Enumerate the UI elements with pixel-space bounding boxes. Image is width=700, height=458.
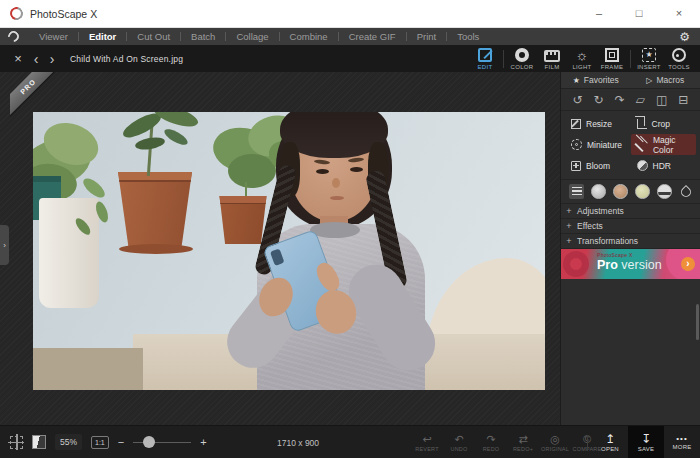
zoom-out-button[interactable]: − — [118, 437, 124, 448]
droplet-icon[interactable] — [679, 184, 693, 198]
menu-item-viewer[interactable]: Viewer — [29, 28, 78, 45]
expand-left-panel-handle[interactable]: › — [0, 225, 9, 265]
section-effects[interactable]: + Effects — [561, 219, 700, 234]
save-icon: ↧ — [641, 433, 651, 445]
quick-tools: Resize Crop Miniature Magic Color — [561, 111, 700, 180]
menu-item-editor[interactable]: Editor — [79, 28, 126, 45]
filter-list-icon[interactable] — [569, 184, 584, 199]
actual-size-button[interactable]: 1:1 — [91, 436, 109, 449]
settings-gear-icon[interactable]: ⚙ — [679, 31, 692, 43]
transparency-grid-icon[interactable] — [10, 436, 23, 449]
resize-icon — [571, 119, 581, 129]
redo-button[interactable]: ↷ REDO — [475, 426, 507, 458]
tab-film[interactable]: FILM — [537, 47, 567, 70]
original-button[interactable]: ◎ ORIGINAL — [539, 426, 571, 458]
image-canvas-area: PRO › — [0, 72, 560, 425]
banner-title: Pro version — [597, 258, 662, 272]
crop-icon — [637, 119, 647, 129]
open-button[interactable]: ↥ OPEN — [592, 426, 628, 458]
photo-girl-eye — [316, 169, 329, 174]
menu-item-batch[interactable]: Batch — [181, 28, 225, 45]
menubar-logo-icon — [6, 29, 21, 44]
menu-item-tools[interactable]: Tools — [447, 28, 489, 45]
banner-arrow-icon: › — [681, 257, 695, 271]
menu-item-create-gif[interactable]: Create GIF — [339, 28, 406, 45]
resize-button[interactable]: Resize — [565, 113, 631, 134]
menu-item-print[interactable]: Print — [407, 28, 447, 45]
next-file-icon[interactable]: › — [46, 52, 58, 66]
tab-edit[interactable]: EDIT — [470, 47, 500, 70]
magic-color-button[interactable]: Magic Color — [631, 134, 697, 155]
zoom-slider-handle[interactable] — [143, 436, 155, 448]
more-dots-icon: ••• — [676, 435, 687, 443]
zoom-slider[interactable] — [133, 436, 191, 448]
current-filename: Child With Ad On Screen.jpg — [70, 54, 183, 64]
zoom-slider-track[interactable] — [133, 442, 191, 444]
image-dimensions: 1710 x 900 — [277, 438, 319, 448]
statusbar: 55% 1:1 − + 1710 x 900 ↩ REVERT ↶ UNDO ↷… — [0, 425, 700, 458]
menu-item-cut-out[interactable]: Cut Out — [127, 28, 180, 45]
titlebar: PhotoScape X – □ × — [0, 0, 700, 28]
history-controls: ↩ REVERT ↶ UNDO ↷ REDO ⇄ REDO+ ◎ ORIGINA… — [411, 426, 603, 458]
insert-star-icon: ★ — [642, 48, 656, 62]
tab-insert[interactable]: ★ INSERT — [634, 47, 664, 70]
filter-preset-gray[interactable] — [591, 184, 606, 199]
miniature-icon — [571, 139, 582, 150]
filter-preset-vintage[interactable] — [635, 184, 650, 199]
hdr-button[interactable]: HDR — [631, 155, 697, 176]
background-color-toggle-icon[interactable] — [32, 435, 46, 449]
minimize-button[interactable]: – — [592, 8, 606, 19]
tab-frame[interactable]: FRAME — [597, 47, 627, 70]
toolbar-divider — [503, 50, 504, 68]
redo-icon: ↷ — [486, 434, 495, 445]
transform-toolbar: ↺ ↻ ↷ ▱ ◫ ⊟ — [561, 89, 700, 111]
tab-tools[interactable]: TOOLS — [664, 47, 694, 70]
sidebar-scrollbar[interactable] — [696, 304, 699, 340]
miniature-button[interactable]: Miniature — [565, 134, 631, 155]
zoom-in-button[interactable]: + — [200, 437, 206, 448]
palette-icon — [672, 48, 686, 62]
window-title: PhotoScape X — [30, 8, 97, 20]
editor-toolbar: × ‹ › Child With Ad On Screen.jpg EDIT C… — [0, 45, 700, 72]
flip-vertical-icon[interactable]: ⊟ — [678, 94, 688, 106]
bloom-button[interactable]: Bloom — [565, 155, 631, 176]
undo-button[interactable]: ↶ UNDO — [443, 426, 475, 458]
photo-white-pot — [39, 198, 99, 308]
prev-file-icon[interactable]: ‹ — [30, 52, 42, 66]
hdr-icon — [637, 160, 648, 171]
redo-plus-button[interactable]: ⇄ REDO+ — [507, 426, 539, 458]
rotate-left-icon[interactable]: ↺ — [573, 94, 583, 106]
maximize-button[interactable]: □ — [632, 8, 646, 19]
undo-icon: ↶ — [454, 434, 463, 445]
tab-macros[interactable]: ▷ Macros — [631, 72, 700, 88]
free-rotate-icon[interactable]: ↷ — [615, 94, 625, 106]
sun-icon: ☼ — [576, 48, 589, 62]
photoscape-window: PhotoScape X – □ × Viewer Editor Cut Out… — [0, 0, 700, 458]
filter-presets-row — [561, 180, 700, 204]
pro-version-banner[interactable]: PhotoScape X Pro version › — [561, 249, 700, 279]
menu-item-collage[interactable]: Collage — [226, 28, 278, 45]
revert-button[interactable]: ↩ REVERT — [411, 426, 443, 458]
original-icon: ◎ — [550, 434, 560, 445]
rotate-right-icon[interactable]: ↻ — [594, 94, 604, 106]
perspective-icon[interactable]: ▱ — [636, 94, 645, 106]
flip-horizontal-icon[interactable]: ◫ — [656, 94, 667, 106]
star-icon: ★ — [573, 76, 580, 85]
crop-button[interactable]: Crop — [631, 113, 697, 134]
section-adjustments[interactable]: + Adjustments — [561, 204, 700, 219]
save-button[interactable]: ↧ SAVE — [628, 426, 664, 458]
filter-preset-split[interactable] — [657, 184, 672, 199]
tab-color[interactable]: COLOR — [507, 47, 537, 70]
menu-item-combine[interactable]: Combine — [280, 28, 338, 45]
actions-divider — [587, 435, 588, 451]
tab-favorites[interactable]: ★ Favorites — [561, 72, 631, 88]
tab-light[interactable]: ☼ LIGHT — [567, 47, 597, 70]
expand-plus-icon: + — [561, 206, 577, 216]
filter-preset-sepia[interactable] — [613, 184, 628, 199]
more-button[interactable]: ••• MORE — [664, 426, 700, 458]
film-frame-icon — [544, 50, 560, 62]
close-file-icon[interactable]: × — [10, 52, 26, 65]
close-button[interactable]: × — [672, 8, 686, 19]
workspace: PRO › — [0, 72, 700, 425]
section-transformations[interactable]: + Transformations — [561, 234, 700, 249]
